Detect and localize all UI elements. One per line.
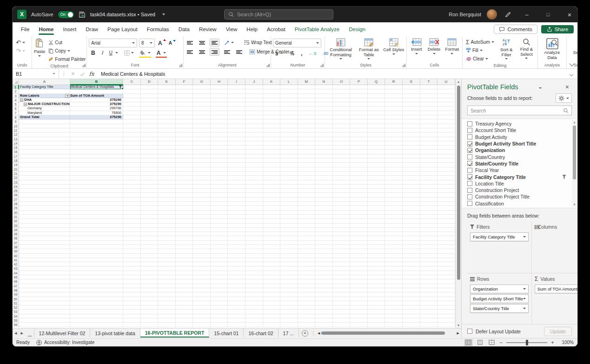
cell[interactable] xyxy=(123,301,141,305)
cell[interactable] xyxy=(420,89,438,93)
column-header-N[interactable]: N xyxy=(315,79,333,85)
cell[interactable] xyxy=(228,288,245,292)
cell[interactable] xyxy=(245,180,263,185)
cell[interactable] xyxy=(420,305,438,310)
cell[interactable] xyxy=(263,258,281,262)
sort-filter-button[interactable]: AZ Sort & Filter xyxy=(497,37,516,60)
cell[interactable] xyxy=(385,279,403,284)
cell[interactable] xyxy=(315,98,333,102)
cell[interactable] xyxy=(193,219,211,223)
cell[interactable] xyxy=(193,189,211,193)
cell[interactable] xyxy=(123,159,141,163)
cell[interactable] xyxy=(141,150,159,154)
cell[interactable] xyxy=(211,292,228,297)
cell[interactable] xyxy=(385,206,403,210)
cell[interactable] xyxy=(193,310,211,314)
paste-button[interactable]: Paste xyxy=(34,37,45,57)
cell[interactable] xyxy=(280,215,298,219)
cell[interactable] xyxy=(438,141,455,146)
cell[interactable] xyxy=(228,310,245,314)
cell[interactable] xyxy=(385,128,403,132)
cell[interactable] xyxy=(158,292,176,297)
cell[interactable] xyxy=(420,159,438,163)
cell[interactable] xyxy=(141,132,159,137)
cell-A10[interactable] xyxy=(19,124,70,128)
cell[interactable] xyxy=(403,279,420,284)
cell[interactable] xyxy=(211,224,228,228)
minimize-button[interactable] xyxy=(519,7,535,22)
find-select-button[interactable]: Find & Select xyxy=(517,37,536,59)
cell[interactable] xyxy=(298,236,316,240)
cell[interactable] xyxy=(193,89,211,93)
cell[interactable] xyxy=(333,115,351,119)
cell[interactable] xyxy=(158,254,176,258)
cell[interactable] xyxy=(141,180,159,185)
cell[interactable] xyxy=(263,154,281,159)
cell[interactable] xyxy=(193,132,211,137)
row-header-51[interactable]: 51 xyxy=(13,301,19,305)
column-header-M[interactable]: M xyxy=(298,79,316,85)
cell[interactable] xyxy=(280,167,298,172)
row-header-17[interactable]: 17 xyxy=(13,154,19,159)
cell[interactable] xyxy=(333,228,351,232)
row-header-52[interactable]: 52 xyxy=(13,305,19,310)
cell-B40[interactable] xyxy=(70,254,123,258)
cell[interactable] xyxy=(263,215,281,219)
cell[interactable] xyxy=(368,236,385,240)
cell[interactable] xyxy=(211,154,228,159)
column-header-J[interactable]: J xyxy=(245,79,263,85)
cell[interactable] xyxy=(245,185,263,189)
cell[interactable] xyxy=(315,172,333,176)
cell[interactable] xyxy=(403,193,420,197)
cell[interactable] xyxy=(350,262,368,266)
cell[interactable] xyxy=(228,141,245,146)
cell[interactable] xyxy=(298,314,316,318)
cell[interactable] xyxy=(228,236,245,240)
cell[interactable] xyxy=(438,258,455,262)
cell-A12[interactable] xyxy=(19,132,70,137)
cell[interactable] xyxy=(141,219,159,223)
top-align-button[interactable] xyxy=(186,39,194,46)
field-search-box[interactable] xyxy=(467,106,572,115)
cell[interactable] xyxy=(280,137,298,141)
cell-A35[interactable] xyxy=(19,232,70,236)
cell[interactable] xyxy=(420,141,438,146)
cell-A22[interactable] xyxy=(19,176,70,180)
cell[interactable] xyxy=(123,275,141,279)
accounting-format-button[interactable]: $ xyxy=(274,49,285,57)
cell[interactable] xyxy=(263,301,281,305)
cell[interactable] xyxy=(368,189,385,193)
cell[interactable] xyxy=(158,258,176,262)
cell[interactable] xyxy=(403,288,420,292)
scroll-down-arrow[interactable]: ▼ xyxy=(456,323,461,328)
field-pill-budget-activity-short-title[interactable]: Budget Activity Short Title xyxy=(470,294,529,303)
cell[interactable] xyxy=(158,89,176,93)
cell[interactable] xyxy=(123,232,141,236)
cell[interactable] xyxy=(245,271,263,275)
cell[interactable] xyxy=(368,292,385,297)
cell[interactable] xyxy=(193,94,211,98)
pill-dropdown-caret[interactable] xyxy=(523,288,526,290)
cell[interactable] xyxy=(333,232,351,236)
cell[interactable] xyxy=(176,111,193,115)
cell[interactable] xyxy=(280,275,298,279)
field-checkbox[interactable] xyxy=(467,174,472,179)
cell[interactable] xyxy=(193,111,211,115)
cell[interactable] xyxy=(123,310,141,314)
cell[interactable] xyxy=(123,318,141,323)
cell[interactable] xyxy=(193,241,211,245)
cell[interactable] xyxy=(315,275,333,279)
cell[interactable] xyxy=(438,172,455,176)
cell[interactable] xyxy=(123,185,141,189)
cell[interactable] xyxy=(368,258,385,262)
cell[interactable] xyxy=(176,167,193,172)
cell[interactable] xyxy=(211,249,228,253)
cell[interactable] xyxy=(315,115,333,119)
align-right-button[interactable] xyxy=(210,48,219,56)
cell[interactable] xyxy=(315,193,333,197)
cell[interactable] xyxy=(438,279,455,284)
cell[interactable] xyxy=(193,206,211,210)
cell-B34[interactable] xyxy=(70,228,123,232)
field-checkbox[interactable] xyxy=(467,168,472,173)
cell[interactable] xyxy=(298,141,316,146)
